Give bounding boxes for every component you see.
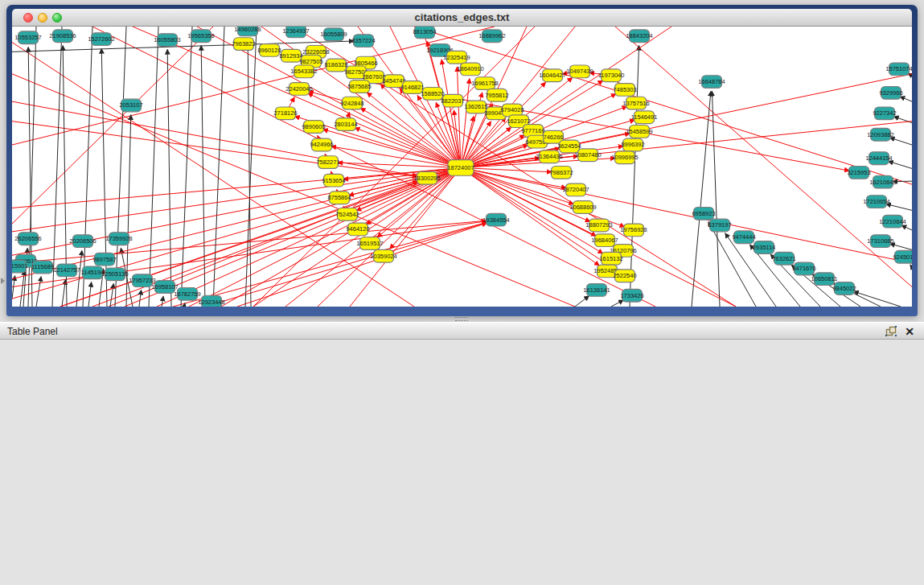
left-panel-collapse-arrow[interactable] xyxy=(1,278,5,284)
graph-node-label: 18300295 xyxy=(413,175,440,182)
graph-edge[interactable] xyxy=(692,91,711,307)
graph-node-label: 18843204 xyxy=(626,32,652,39)
graph-node-label: 18640910 xyxy=(457,65,483,72)
graph-node-label: 1145194 xyxy=(81,269,105,276)
float-panel-icon[interactable] xyxy=(885,326,897,337)
graph-node-label: 9227342 xyxy=(873,109,896,117)
graph-edge[interactable] xyxy=(162,296,163,307)
graph-node-label: 16055809 xyxy=(320,31,347,38)
graph-node-label: 3215953 xyxy=(847,169,870,176)
graph-node-label: 9777169 xyxy=(521,127,544,134)
graph-edge[interactable] xyxy=(355,128,461,168)
graph-edge[interactable] xyxy=(149,27,158,307)
graph-node-label: 14960288 xyxy=(234,27,261,33)
graph-node-label: 8813054 xyxy=(413,28,436,35)
graph-node-label: 8996392 xyxy=(621,142,644,149)
graph-node-label: 16543382 xyxy=(290,68,317,75)
graph-node-label: 1588520 xyxy=(421,90,444,97)
graph-node-label: 10996995 xyxy=(611,154,638,161)
graph-node-label: 2935114 xyxy=(753,244,776,251)
graph-node-label: 9474444 xyxy=(732,233,755,241)
graph-edge[interactable] xyxy=(213,27,224,307)
graph-node-label: 9329966 xyxy=(879,89,902,97)
graph-edge[interactable] xyxy=(575,296,589,307)
graph-edge[interactable] xyxy=(12,122,417,177)
graph-node-label: 12505135 xyxy=(101,270,128,278)
graph-edge[interactable] xyxy=(461,79,470,168)
graph-edge[interactable] xyxy=(901,225,912,230)
graph-node-label: 22420046 xyxy=(285,85,312,93)
graph-node-label: 8755864 xyxy=(327,194,351,201)
network-window: citations_edges.txt 18724007105532572190… xyxy=(6,5,918,316)
graph-node-label: 16519517 xyxy=(356,240,383,247)
graph-node-label: 16782759 xyxy=(174,290,200,298)
graph-node-label: 9805466 xyxy=(354,60,377,67)
graph-node-label: 8960128 xyxy=(257,47,281,54)
graph-edge[interactable] xyxy=(853,291,901,307)
graph-node-label: 21908536 xyxy=(49,32,76,39)
graph-node-label: 6794028 xyxy=(500,106,524,113)
graph-node-label: 17210654 xyxy=(863,198,889,205)
graph-edge[interactable] xyxy=(712,91,720,307)
graph-node-label: 16055803 xyxy=(154,36,180,43)
graph-edge[interactable] xyxy=(101,48,107,307)
network-canvas[interactable]: 1872400710553257219085361527260216055803… xyxy=(12,27,912,307)
graph-edge[interactable] xyxy=(110,283,113,307)
graph-node-label: 6379197 xyxy=(708,222,731,229)
graph-node-label: 5875685 xyxy=(347,83,371,90)
graph-node-label: 7963822 xyxy=(232,40,255,47)
graph-node-label: 9464120 xyxy=(346,225,369,233)
graph-node-label: 11546491 xyxy=(631,113,658,121)
graph-node-label: 13757516 xyxy=(622,100,649,107)
graph-node-label: 10650811 xyxy=(811,275,838,282)
graph-edge[interactable] xyxy=(910,265,912,267)
graph-node-label: 8471676 xyxy=(792,265,815,272)
graph-node-label: 19565358 xyxy=(187,32,214,39)
graph-edge[interactable] xyxy=(461,167,552,171)
graph-edge[interactable] xyxy=(253,167,461,307)
panel-resize-handle[interactable] xyxy=(455,317,468,321)
graph-edge[interactable] xyxy=(157,167,461,307)
graph-node-label: 6958923 xyxy=(692,210,715,217)
graph-edge[interactable] xyxy=(414,27,912,184)
graph-edge[interactable] xyxy=(83,27,92,307)
graph-edge[interactable] xyxy=(88,282,92,307)
graph-edge[interactable] xyxy=(245,27,257,307)
graph-node-label: 16958107 xyxy=(151,283,178,290)
graph-node-label: 18720407 xyxy=(562,186,589,193)
graph-edge[interactable] xyxy=(201,46,205,307)
graph-edge[interactable] xyxy=(900,97,912,101)
graph-node-label: 16889962 xyxy=(478,32,505,39)
graph-node-label: 17310685 xyxy=(867,237,893,245)
graph-node-label: 18807293 xyxy=(585,222,612,229)
graph-node-label: 18724007 xyxy=(447,164,474,171)
graph-node-label: 19756928 xyxy=(620,226,647,233)
graph-node-label: 7582271 xyxy=(316,159,339,166)
graph-node-label: 10497439 xyxy=(566,68,593,75)
table-panel-title: Table Panel xyxy=(7,323,58,340)
graph-edge[interactable] xyxy=(888,161,912,168)
close-panel-icon[interactable]: ✕ xyxy=(905,324,914,339)
graph-node-label: 16136141 xyxy=(583,286,610,294)
graph-node-label: 15751074 xyxy=(885,65,912,72)
graph-node-label: 2718126 xyxy=(273,109,297,117)
graph-node-label: 12364937 xyxy=(282,27,309,35)
graph-node-label: 8822037 xyxy=(441,97,464,105)
graph-edge[interactable] xyxy=(12,167,461,231)
graph-node-label: 12923448 xyxy=(198,299,224,306)
network-window-titlebar[interactable]: citations_edges.txt xyxy=(12,9,912,27)
graph-edge[interactable] xyxy=(889,138,912,145)
graph-node-label: 7485303 xyxy=(613,86,636,93)
graph-node-label: 16046427 xyxy=(539,72,565,79)
graph-edge[interactable] xyxy=(139,290,142,307)
graph-node-label: 10807480 xyxy=(574,151,601,159)
graph-node-label: 9897587 xyxy=(92,256,116,263)
graph-edge[interactable] xyxy=(133,27,461,167)
graph-node-label: 16210643 xyxy=(869,179,896,186)
graph-edge[interactable] xyxy=(611,300,623,307)
graph-node-label: 7955812 xyxy=(485,92,508,99)
graph-node-label: 7632621 xyxy=(772,255,795,262)
graph-node-label: 10688609 xyxy=(569,204,596,211)
graph-node-label: 11973040 xyxy=(598,72,625,79)
graph-node-label: 19684067 xyxy=(591,237,618,244)
